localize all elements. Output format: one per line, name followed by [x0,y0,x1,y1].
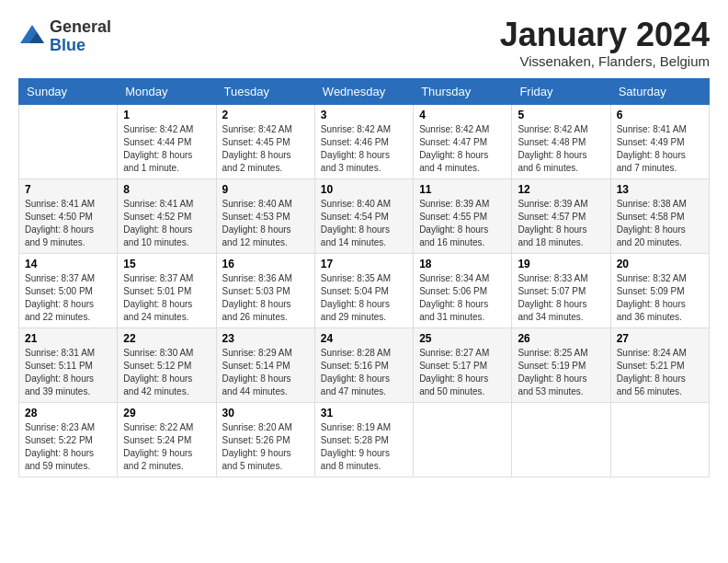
day-info: Sunrise: 8:41 AMSunset: 4:49 PMDaylight:… [617,123,703,175]
day-info: Sunrise: 8:37 AMSunset: 5:01 PMDaylight:… [123,272,210,324]
day-info: Sunrise: 8:42 AMSunset: 4:48 PMDaylight:… [518,123,604,175]
day-number: 28 [25,407,111,419]
calendar-cell [414,403,512,477]
calendar-cell: 30Sunrise: 8:20 AMSunset: 5:26 PMDayligh… [216,403,314,477]
day-header-friday: Friday [512,79,610,105]
day-info: Sunrise: 8:42 AMSunset: 4:47 PMDaylight:… [419,123,506,175]
calendar-cell: 17Sunrise: 8:35 AMSunset: 5:04 PMDayligh… [314,254,413,328]
day-info: Sunrise: 8:30 AMSunset: 5:12 PMDaylight:… [123,347,210,398]
calendar-cell: 5Sunrise: 8:42 AMSunset: 4:48 PMDaylight… [512,105,610,179]
calendar-cell: 13Sunrise: 8:38 AMSunset: 4:58 PMDayligh… [610,179,709,254]
calendar-cell: 2Sunrise: 8:42 AMSunset: 4:45 PMDaylight… [216,105,314,179]
day-number: 23 [222,332,309,345]
day-info: Sunrise: 8:33 AMSunset: 5:07 PMDaylight:… [518,272,604,324]
location: Vissenaken, Flanders, Belgium [500,53,710,69]
calendar-cell: 24Sunrise: 8:28 AMSunset: 5:16 PMDayligh… [314,328,413,403]
calendar-cell: 22Sunrise: 8:30 AMSunset: 5:12 PMDayligh… [118,328,216,403]
day-info: Sunrise: 8:20 AMSunset: 5:26 PMDaylight:… [222,421,309,473]
day-number: 13 [617,183,703,196]
calendar-cell: 18Sunrise: 8:34 AMSunset: 5:06 PMDayligh… [414,254,512,328]
calendar-cell: 12Sunrise: 8:39 AMSunset: 4:57 PMDayligh… [512,179,610,254]
calendar-cell: 14Sunrise: 8:37 AMSunset: 5:00 PMDayligh… [19,254,118,328]
calendar-cell: 3Sunrise: 8:42 AMSunset: 4:46 PMDaylight… [314,105,413,179]
day-info: Sunrise: 8:22 AMSunset: 5:24 PMDaylight:… [123,421,210,473]
day-number: 10 [321,183,407,196]
day-info: Sunrise: 8:40 AMSunset: 4:53 PMDaylight:… [222,198,309,249]
calendar-header: SundayMondayTuesdayWednesdayThursdayFrid… [19,79,710,105]
day-info: Sunrise: 8:41 AMSunset: 4:52 PMDaylight:… [123,198,210,249]
day-info: Sunrise: 8:38 AMSunset: 4:58 PMDaylight:… [617,198,703,249]
calendar-cell [610,403,709,477]
logo-blue: Blue [50,37,111,55]
day-number: 26 [518,332,604,345]
week-row-4: 28Sunrise: 8:23 AMSunset: 5:22 PMDayligh… [19,403,710,477]
logo-text: General Blue [50,18,111,55]
day-info: Sunrise: 8:40 AMSunset: 4:54 PMDaylight:… [321,198,407,249]
day-header-saturday: Saturday [610,79,709,105]
month-title: January 2024 [500,18,710,52]
day-info: Sunrise: 8:31 AMSunset: 5:11 PMDaylight:… [25,347,111,398]
day-info: Sunrise: 8:25 AMSunset: 5:19 PMDaylight:… [518,347,604,398]
day-number: 12 [518,183,604,196]
day-info: Sunrise: 8:39 AMSunset: 4:55 PMDaylight:… [419,198,506,249]
calendar-cell: 28Sunrise: 8:23 AMSunset: 5:22 PMDayligh… [19,403,118,477]
day-number: 31 [321,407,407,419]
calendar-cell: 4Sunrise: 8:42 AMSunset: 4:47 PMDaylight… [414,105,512,179]
day-number: 2 [222,109,309,121]
day-info: Sunrise: 8:41 AMSunset: 4:50 PMDaylight:… [25,198,111,249]
calendar-cell: 11Sunrise: 8:39 AMSunset: 4:55 PMDayligh… [414,179,512,254]
calendar-cell: 8Sunrise: 8:41 AMSunset: 4:52 PMDaylight… [118,179,216,254]
calendar-cell [19,105,118,179]
day-number: 17 [321,258,407,270]
calendar-cell: 27Sunrise: 8:24 AMSunset: 5:21 PMDayligh… [610,328,709,403]
day-number: 18 [419,258,506,270]
calendar-cell: 9Sunrise: 8:40 AMSunset: 4:53 PMDaylight… [216,179,314,254]
calendar-cell: 1Sunrise: 8:42 AMSunset: 4:44 PMDaylight… [118,105,216,179]
week-row-3: 21Sunrise: 8:31 AMSunset: 5:11 PMDayligh… [19,328,710,403]
day-info: Sunrise: 8:37 AMSunset: 5:00 PMDaylight:… [25,272,111,324]
calendar-cell: 20Sunrise: 8:32 AMSunset: 5:09 PMDayligh… [610,254,709,328]
day-number: 22 [123,332,210,345]
day-number: 15 [123,258,210,270]
day-info: Sunrise: 8:35 AMSunset: 5:04 PMDaylight:… [321,272,407,324]
day-number: 29 [123,407,210,419]
day-number: 11 [419,183,506,196]
week-row-2: 14Sunrise: 8:37 AMSunset: 5:00 PMDayligh… [19,254,710,328]
calendar-cell: 19Sunrise: 8:33 AMSunset: 5:07 PMDayligh… [512,254,610,328]
day-info: Sunrise: 8:32 AMSunset: 5:09 PMDaylight:… [617,272,703,324]
day-number: 21 [25,332,111,345]
day-info: Sunrise: 8:28 AMSunset: 5:16 PMDaylight:… [321,347,407,398]
day-info: Sunrise: 8:19 AMSunset: 5:28 PMDaylight:… [321,421,407,473]
day-info: Sunrise: 8:39 AMSunset: 4:57 PMDaylight:… [518,198,604,249]
day-header-tuesday: Tuesday [216,79,314,105]
day-info: Sunrise: 8:42 AMSunset: 4:46 PMDaylight:… [321,123,407,175]
day-number: 5 [518,109,604,121]
day-number: 27 [617,332,703,345]
day-info: Sunrise: 8:42 AMSunset: 4:44 PMDaylight:… [123,123,210,175]
day-info: Sunrise: 8:42 AMSunset: 4:45 PMDaylight:… [222,123,309,175]
day-number: 25 [419,332,506,345]
page-header: General Blue January 2024 Vissenaken, Fl… [18,18,710,69]
day-number: 24 [321,332,407,345]
day-number: 14 [25,258,111,270]
week-row-0: 1Sunrise: 8:42 AMSunset: 4:44 PMDaylight… [19,105,710,179]
day-number: 1 [123,109,210,121]
header-row: SundayMondayTuesdayWednesdayThursdayFrid… [19,79,710,105]
day-number: 4 [419,109,506,121]
day-header-sunday: Sunday [19,79,118,105]
day-number: 7 [25,183,111,196]
day-info: Sunrise: 8:36 AMSunset: 5:03 PMDaylight:… [222,272,309,324]
calendar-cell: 6Sunrise: 8:41 AMSunset: 4:49 PMDaylight… [610,105,709,179]
day-number: 8 [123,183,210,196]
day-number: 30 [222,407,309,419]
title-block: January 2024 Vissenaken, Flanders, Belgi… [500,18,710,69]
calendar-cell: 31Sunrise: 8:19 AMSunset: 5:28 PMDayligh… [314,403,413,477]
logo: General Blue [18,18,111,55]
calendar-body: 1Sunrise: 8:42 AMSunset: 4:44 PMDaylight… [19,105,710,477]
calendar-cell: 15Sunrise: 8:37 AMSunset: 5:01 PMDayligh… [118,254,216,328]
logo-icon [18,23,46,51]
day-info: Sunrise: 8:34 AMSunset: 5:06 PMDaylight:… [419,272,506,324]
day-header-wednesday: Wednesday [314,79,413,105]
day-info: Sunrise: 8:23 AMSunset: 5:22 PMDaylight:… [25,421,111,473]
calendar-cell: 29Sunrise: 8:22 AMSunset: 5:24 PMDayligh… [118,403,216,477]
